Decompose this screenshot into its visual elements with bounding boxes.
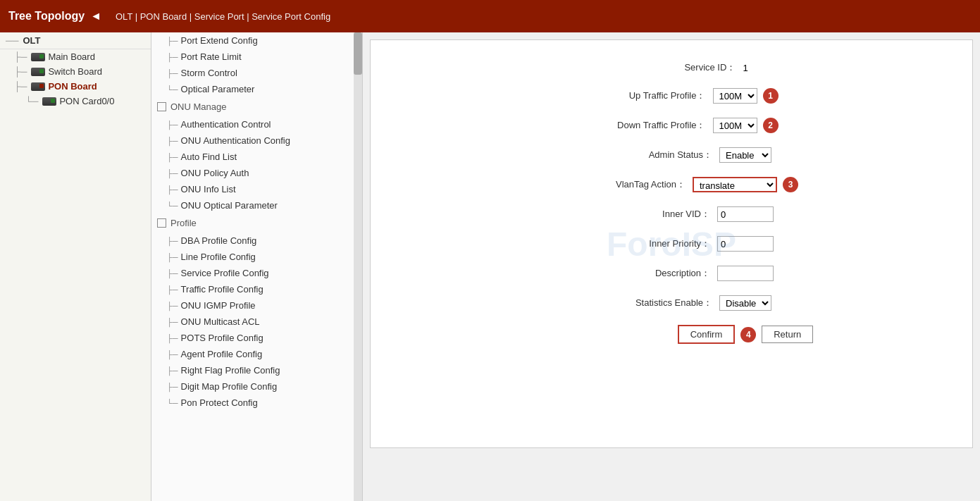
nav-item-port-extend[interactable]: ├─ Port Extend Config [151, 32, 362, 49]
nav-item-digit-map[interactable]: ├─ Digit Map Profile Config [151, 378, 362, 395]
tree-item-poncard[interactable]: └─ PON Card0/0 [0, 94, 151, 109]
description-input[interactable] [717, 266, 774, 281]
inner-priority-input[interactable] [717, 236, 774, 252]
nav-conn-2: ├─ [167, 53, 178, 61]
app-title: Tree Topology [8, 10, 85, 23]
tree-sidebar: ── OLT ├─ Main Board ├─ Switch Board ├─ … [0, 32, 151, 501]
nav-item-multicast-acl[interactable]: ├─ ONU Multicast ACL [151, 314, 362, 330]
vlantag-row: VlanTag Action： translate add remove tra… [385, 177, 958, 192]
ponboard-icon [31, 82, 45, 91]
down-traffic-select[interactable]: 100M 200M 500M 1G [713, 118, 757, 133]
nav-section-onu-manage[interactable]: ONU Manage [151, 97, 362, 116]
admin-status-control: Enable Disable [719, 147, 771, 163]
nav-label-port-extend: Port Extend Config [181, 35, 258, 46]
scrollbar-thumb[interactable] [354, 32, 362, 75]
nav-conn-13: ├─ [167, 269, 178, 278]
poncard-icon [42, 97, 56, 106]
nav-item-igmp-profile[interactable]: ├─ ONU IGMP Profile [151, 297, 362, 314]
nav-label-storm: Storm Control [181, 68, 237, 78]
tree-item-olt[interactable]: ── OLT [0, 32, 151, 49]
nav-label-traffic-profile: Traffic Profile Config [181, 284, 263, 295]
nav-item-auth-control[interactable]: ├─ Authentication Control [151, 116, 362, 132]
nav-conn-17: ├─ [167, 334, 178, 342]
profile-label: Profile [170, 218, 197, 228]
nav-label-pon-protect: Pon Protect Config [181, 397, 258, 408]
service-id-value: 1 [743, 63, 748, 73]
nav-item-storm-control[interactable]: ├─ Storm Control [151, 65, 362, 81]
profile-checkbox[interactable] [157, 218, 166, 228]
onu-manage-label: ONU Manage [170, 101, 226, 112]
inner-vid-input[interactable] [717, 206, 774, 222]
main-content: ForoISP Service ID： 1 Up Traffic Profile… [363, 32, 980, 501]
nav-item-traffic-profile[interactable]: ├─ Traffic Profile Config [151, 281, 362, 297]
nav-item-port-rate[interactable]: ├─ Port Rate Limit [151, 49, 362, 65]
onu-manage-checkbox[interactable] [157, 102, 166, 111]
nav-item-line-profile[interactable]: ├─ Line Profile Config [151, 249, 362, 265]
nav-item-pon-protect[interactable]: └─ Pon Protect Config [151, 395, 362, 411]
button-row: Confirm 4 Return [385, 325, 958, 344]
nav-item-dba[interactable]: ├─ DBA Profile Config [151, 233, 362, 249]
nav-conn-5: ├─ [167, 120, 178, 129]
button-group: Confirm 4 Return [678, 325, 814, 344]
nav-label-right-flag: Right Flag Profile Config [181, 365, 280, 376]
nav-label-igmp: ONU IGMP Profile [181, 300, 256, 311]
admin-status-select[interactable]: Enable Disable [719, 147, 771, 163]
nav-item-service-profile[interactable]: ├─ Service Profile Config [151, 265, 362, 281]
nav-conn-7: ├─ [167, 153, 178, 161]
nav-item-right-flag[interactable]: ├─ Right Flag Profile Config [151, 362, 362, 378]
main-layout: ── OLT ├─ Main Board ├─ Switch Board ├─ … [0, 32, 980, 501]
nav-section-profile[interactable]: Profile [151, 214, 362, 233]
nav-label-port-rate: Port Rate Limit [181, 51, 242, 62]
down-traffic-control: 100M 200M 500M 1G 2 [713, 118, 779, 133]
nav-label-onu-optical: ONU Optical Parameter [181, 200, 278, 211]
ponboard-label: PON Board [48, 81, 97, 92]
tree-item-switchboard[interactable]: ├─ Switch Board [0, 64, 151, 79]
connector-3: ├─ [14, 81, 27, 92]
service-id-label: Service ID： [595, 61, 736, 74]
nav-item-optical[interactable]: └─ Optical Parameter [151, 81, 362, 97]
service-id-row: Service ID： 1 [385, 61, 958, 74]
nav-item-onu-auth-config[interactable]: ├─ ONU Authentication Config [151, 132, 362, 149]
switchboard-icon [31, 68, 45, 76]
description-control [717, 266, 774, 281]
connector-4: └─ [25, 96, 38, 106]
nav-label-service-profile: Service Profile Config [181, 268, 269, 278]
up-traffic-select[interactable]: 100M 200M 500M 1G [713, 88, 757, 104]
tree-item-ponboard[interactable]: ├─ PON Board [0, 79, 151, 94]
nav-item-onu-optical[interactable]: └─ ONU Optical Parameter [151, 197, 362, 214]
scrollbar-track[interactable] [354, 32, 362, 501]
app-header: Tree Topology ◄ OLT | PON Board | Servic… [0, 0, 980, 32]
statistics-label: Statistics Enable： [571, 297, 712, 309]
nav-label-digit-map: Digit Map Profile Config [181, 381, 278, 392]
mainboard-icon [31, 53, 45, 61]
nav-label-onu-policy: ONU Policy Auth [181, 168, 249, 178]
nav-label-agent: Agent Profile Config [181, 349, 263, 359]
description-row: Description： [385, 266, 958, 281]
nav-label-line-profile: Line Profile Config [181, 252, 256, 262]
inner-vid-row: Inner VID： [385, 206, 958, 222]
nav-conn-21: └─ [167, 399, 178, 407]
inner-priority-row: Inner Priority： [385, 236, 958, 252]
badge-1: 1 [763, 88, 779, 104]
nav-item-auto-find[interactable]: ├─ Auto Find List [151, 149, 362, 165]
nav-conn-12: ├─ [167, 253, 178, 261]
nav-item-agent-profile[interactable]: ├─ Agent Profile Config [151, 346, 362, 362]
mainboard-label: Main Board [48, 51, 94, 62]
description-label: Description： [569, 267, 710, 280]
nav-conn-16: ├─ [167, 318, 178, 326]
badge-2: 2 [763, 118, 779, 133]
vlantag-select[interactable]: translate add remove transparent [693, 177, 777, 192]
inner-priority-control [717, 236, 774, 252]
nav-item-onu-policy[interactable]: ├─ ONU Policy Auth [151, 165, 362, 181]
tree-item-mainboard[interactable]: ├─ Main Board [0, 49, 151, 64]
return-button[interactable]: Return [762, 326, 813, 343]
nav-conn-3: ├─ [167, 69, 178, 78]
nav-conn-9: ├─ [167, 185, 178, 194]
nav-item-pots[interactable]: ├─ POTS Profile Config [151, 330, 362, 346]
statistics-select[interactable]: Disable Enable [719, 295, 771, 311]
nav-panel: ├─ Port Extend Config ├─ Port Rate Limit… [151, 32, 363, 501]
confirm-button[interactable]: Confirm [678, 325, 736, 344]
nav-item-onu-info[interactable]: ├─ ONU Info List [151, 181, 362, 197]
collapse-icon[interactable]: ◄ [90, 10, 101, 23]
nav-conn-19: ├─ [167, 366, 178, 375]
